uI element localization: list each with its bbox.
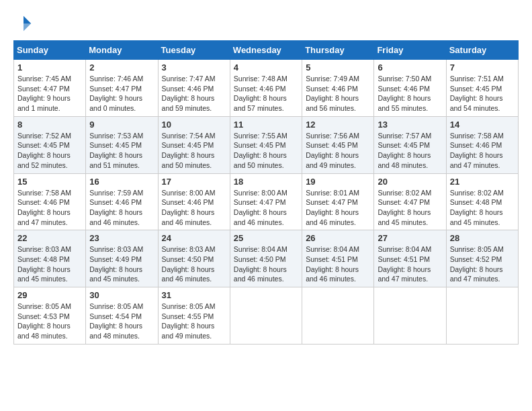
day-number: 10 <box>162 120 226 130</box>
week-row-4: 22Sunrise: 8:03 AMSunset: 4:48 PMDayligh… <box>14 230 519 287</box>
calendar-cell: 19Sunrise: 8:01 AMSunset: 4:47 PMDayligh… <box>302 173 374 230</box>
column-header-wednesday: Wednesday <box>230 41 302 60</box>
calendar-cell: 22Sunrise: 8:03 AMSunset: 4:48 PMDayligh… <box>14 230 86 287</box>
calendar-cell: 27Sunrise: 8:04 AMSunset: 4:51 PMDayligh… <box>374 230 446 287</box>
day-number: 31 <box>162 290 226 300</box>
day-detail: Sunrise: 8:03 AMSunset: 4:49 PMDaylight:… <box>89 244 154 284</box>
day-detail: Sunrise: 7:57 AMSunset: 4:45 PMDaylight:… <box>378 131 442 171</box>
calendar-cell: 15Sunrise: 7:58 AMSunset: 4:46 PMDayligh… <box>14 173 86 230</box>
calendar-cell: 16Sunrise: 7:59 AMSunset: 4:46 PMDayligh… <box>86 173 158 230</box>
day-number: 26 <box>306 233 370 243</box>
day-detail: Sunrise: 7:46 AMSunset: 4:47 PMDaylight:… <box>89 74 154 113</box>
calendar-cell: 30Sunrise: 8:05 AMSunset: 4:54 PMDayligh… <box>86 287 158 345</box>
day-detail: Sunrise: 8:05 AMSunset: 4:53 PMDaylight:… <box>17 302 82 341</box>
page-header <box>13 13 519 34</box>
day-detail: Sunrise: 8:03 AMSunset: 4:50 PMDaylight:… <box>162 244 226 284</box>
day-number: 11 <box>234 120 298 130</box>
week-row-2: 8Sunrise: 7:52 AMSunset: 4:45 PMDaylight… <box>14 116 519 173</box>
day-number: 21 <box>450 177 515 187</box>
svg-marker-1 <box>24 24 31 31</box>
calendar-table: SundayMondayTuesdayWednesdayThursdayFrid… <box>13 40 519 345</box>
calendar-cell: 6Sunrise: 7:50 AMSunset: 4:46 PMDaylight… <box>374 60 446 117</box>
day-number: 23 <box>89 233 154 243</box>
day-number: 19 <box>306 177 370 187</box>
calendar-cell: 5Sunrise: 7:49 AMSunset: 4:46 PMDaylight… <box>302 60 374 117</box>
day-detail: Sunrise: 7:50 AMSunset: 4:46 PMDaylight:… <box>378 74 442 113</box>
day-detail: Sunrise: 8:04 AMSunset: 4:50 PMDaylight:… <box>234 244 298 284</box>
column-header-tuesday: Tuesday <box>158 41 230 60</box>
day-detail: Sunrise: 8:01 AMSunset: 4:47 PMDaylight:… <box>306 188 370 228</box>
column-header-friday: Friday <box>374 41 446 60</box>
day-detail: Sunrise: 7:52 AMSunset: 4:45 PMDaylight:… <box>17 131 82 171</box>
calendar-cell: 26Sunrise: 8:04 AMSunset: 4:51 PMDayligh… <box>302 230 374 287</box>
day-number: 6 <box>378 62 442 73</box>
calendar-cell: 1Sunrise: 7:45 AMSunset: 4:47 PMDaylight… <box>14 60 86 117</box>
day-number: 9 <box>89 120 154 130</box>
day-number: 8 <box>17 120 82 130</box>
column-header-saturday: Saturday <box>446 41 518 60</box>
day-number: 25 <box>234 233 298 243</box>
logo <box>13 13 36 34</box>
day-number: 27 <box>378 233 442 243</box>
day-detail: Sunrise: 7:54 AMSunset: 4:45 PMDaylight:… <box>162 131 226 171</box>
day-detail: Sunrise: 8:03 AMSunset: 4:48 PMDaylight:… <box>17 244 82 284</box>
calendar-cell: 9Sunrise: 7:53 AMSunset: 4:45 PMDaylight… <box>86 116 158 173</box>
calendar-cell <box>230 287 302 345</box>
calendar-header-row: SundayMondayTuesdayWednesdayThursdayFrid… <box>14 41 519 60</box>
calendar-cell <box>302 287 374 345</box>
day-number: 5 <box>306 62 370 73</box>
calendar-cell: 21Sunrise: 8:02 AMSunset: 4:48 PMDayligh… <box>446 173 518 230</box>
day-number: 18 <box>234 177 298 187</box>
day-number: 28 <box>450 233 515 243</box>
day-detail: Sunrise: 8:02 AMSunset: 4:48 PMDaylight:… <box>450 188 515 228</box>
day-number: 30 <box>89 290 154 300</box>
calendar-cell: 4Sunrise: 7:48 AMSunset: 4:46 PMDaylight… <box>230 60 302 117</box>
calendar-cell: 29Sunrise: 8:05 AMSunset: 4:53 PMDayligh… <box>14 287 86 345</box>
day-number: 20 <box>378 177 442 187</box>
calendar-cell: 12Sunrise: 7:56 AMSunset: 4:45 PMDayligh… <box>302 116 374 173</box>
calendar-cell: 3Sunrise: 7:47 AMSunset: 4:46 PMDaylight… <box>158 60 230 117</box>
day-number: 2 <box>89 62 154 73</box>
calendar-cell: 7Sunrise: 7:51 AMSunset: 4:45 PMDaylight… <box>446 60 518 117</box>
calendar-cell: 8Sunrise: 7:52 AMSunset: 4:45 PMDaylight… <box>14 116 86 173</box>
day-detail: Sunrise: 7:55 AMSunset: 4:45 PMDaylight:… <box>234 131 298 171</box>
calendar-cell: 31Sunrise: 8:05 AMSunset: 4:55 PMDayligh… <box>158 287 230 345</box>
day-number: 14 <box>450 120 515 130</box>
column-header-thursday: Thursday <box>302 41 374 60</box>
calendar-cell <box>374 287 446 345</box>
logo-icon <box>13 13 34 34</box>
day-detail: Sunrise: 8:04 AMSunset: 4:51 PMDaylight:… <box>306 244 370 284</box>
day-detail: Sunrise: 7:56 AMSunset: 4:45 PMDaylight:… <box>306 131 370 171</box>
day-detail: Sunrise: 7:49 AMSunset: 4:46 PMDaylight:… <box>306 74 370 113</box>
calendar-cell: 11Sunrise: 7:55 AMSunset: 4:45 PMDayligh… <box>230 116 302 173</box>
day-detail: Sunrise: 8:00 AMSunset: 4:47 PMDaylight:… <box>234 188 298 228</box>
calendar-cell: 28Sunrise: 8:05 AMSunset: 4:52 PMDayligh… <box>446 230 518 287</box>
calendar-cell: 13Sunrise: 7:57 AMSunset: 4:45 PMDayligh… <box>374 116 446 173</box>
calendar-cell <box>446 287 518 345</box>
day-number: 1 <box>17 62 82 73</box>
calendar-body: 1Sunrise: 7:45 AMSunset: 4:47 PMDaylight… <box>14 60 519 345</box>
column-header-sunday: Sunday <box>14 41 86 60</box>
day-detail: Sunrise: 7:58 AMSunset: 4:46 PMDaylight:… <box>17 188 82 228</box>
day-detail: Sunrise: 7:45 AMSunset: 4:47 PMDaylight:… <box>17 74 82 113</box>
calendar-cell: 20Sunrise: 8:02 AMSunset: 4:47 PMDayligh… <box>374 173 446 230</box>
day-detail: Sunrise: 8:05 AMSunset: 4:55 PMDaylight:… <box>162 302 226 341</box>
day-number: 15 <box>17 177 82 187</box>
column-header-monday: Monday <box>86 41 158 60</box>
calendar-cell: 24Sunrise: 8:03 AMSunset: 4:50 PMDayligh… <box>158 230 230 287</box>
day-detail: Sunrise: 7:53 AMSunset: 4:45 PMDaylight:… <box>89 131 154 171</box>
calendar-cell: 2Sunrise: 7:46 AMSunset: 4:47 PMDaylight… <box>86 60 158 117</box>
day-detail: Sunrise: 8:04 AMSunset: 4:51 PMDaylight:… <box>378 244 442 284</box>
day-detail: Sunrise: 8:02 AMSunset: 4:47 PMDaylight:… <box>378 188 442 228</box>
day-detail: Sunrise: 8:00 AMSunset: 4:46 PMDaylight:… <box>162 188 226 228</box>
week-row-1: 1Sunrise: 7:45 AMSunset: 4:47 PMDaylight… <box>14 60 519 117</box>
day-detail: Sunrise: 7:59 AMSunset: 4:46 PMDaylight:… <box>89 188 154 228</box>
calendar-cell: 25Sunrise: 8:04 AMSunset: 4:50 PMDayligh… <box>230 230 302 287</box>
week-row-5: 29Sunrise: 8:05 AMSunset: 4:53 PMDayligh… <box>14 287 519 345</box>
day-number: 29 <box>17 290 82 300</box>
calendar-cell: 18Sunrise: 8:00 AMSunset: 4:47 PMDayligh… <box>230 173 302 230</box>
svg-marker-0 <box>24 16 31 24</box>
day-number: 4 <box>234 62 298 73</box>
calendar-cell: 23Sunrise: 8:03 AMSunset: 4:49 PMDayligh… <box>86 230 158 287</box>
day-detail: Sunrise: 8:05 AMSunset: 4:54 PMDaylight:… <box>89 302 154 341</box>
